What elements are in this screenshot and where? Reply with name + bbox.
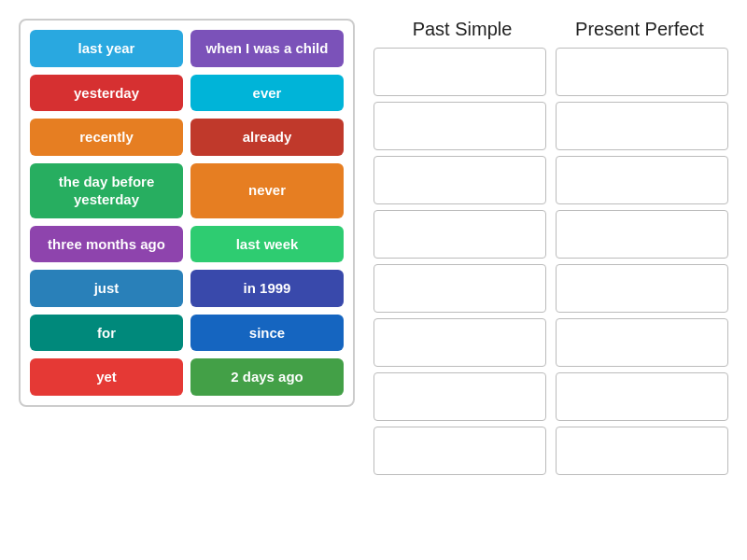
word-btn-last-year[interactable]: last year [30, 30, 183, 67]
drop-column-present-perfect [556, 48, 728, 475]
word-btn-recently[interactable]: recently [30, 119, 183, 156]
columns-header: Past SimplePresent Perfect [374, 19, 728, 40]
col-header-past-simple: Past Simple [374, 19, 551, 40]
word-btn-three-months-ago[interactable]: three months ago [30, 226, 183, 263]
drop-box-present-perfect-2[interactable] [556, 156, 728, 204]
word-btn-2-days-ago[interactable]: 2 days ago [190, 358, 344, 396]
drop-box-past-simple-5[interactable] [374, 318, 546, 367]
drop-box-past-simple-1[interactable] [374, 102, 546, 150]
word-btn-since[interactable]: since [190, 315, 344, 352]
word-btn-just[interactable]: just [30, 270, 183, 307]
drop-box-present-perfect-4[interactable] [556, 264, 728, 313]
drop-box-past-simple-7[interactable] [374, 427, 546, 475]
drop-box-past-simple-0[interactable] [374, 48, 546, 96]
sorting-area: Past SimplePresent Perfect [374, 19, 728, 475]
drop-box-present-perfect-0[interactable] [556, 48, 728, 96]
col-header-present-perfect: Present Perfect [551, 19, 728, 40]
drop-box-past-simple-2[interactable] [374, 156, 546, 204]
drop-box-present-perfect-7[interactable] [556, 427, 728, 475]
word-btn-yesterday[interactable]: yesterday [30, 75, 183, 112]
drop-box-present-perfect-6[interactable] [556, 372, 728, 421]
drop-box-present-perfect-5[interactable] [556, 318, 728, 367]
drop-box-past-simple-6[interactable] [374, 372, 546, 421]
drop-box-present-perfect-1[interactable] [556, 102, 728, 150]
word-btn-yet[interactable]: yet [30, 358, 183, 396]
drop-box-past-simple-4[interactable] [374, 264, 546, 313]
columns-body [374, 48, 728, 475]
word-btn-the-day-before-yesterday[interactable]: the day before yesterday [30, 163, 183, 218]
word-btn-when-i-was-a-child[interactable]: when I was a child [190, 30, 344, 67]
word-btn-ever[interactable]: ever [190, 75, 344, 112]
drop-box-past-simple-3[interactable] [374, 210, 546, 259]
drop-box-present-perfect-3[interactable] [556, 210, 728, 259]
word-btn-last-week[interactable]: last week [190, 226, 344, 263]
word-btn-already[interactable]: already [190, 119, 344, 156]
word-btn-for[interactable]: for [30, 315, 183, 352]
word-btn-never[interactable]: never [190, 163, 344, 218]
drop-column-past-simple [374, 48, 546, 475]
word-bank: last yearwhen I was a childyesterdayever… [19, 19, 355, 407]
word-btn-in-1999[interactable]: in 1999 [190, 270, 344, 307]
